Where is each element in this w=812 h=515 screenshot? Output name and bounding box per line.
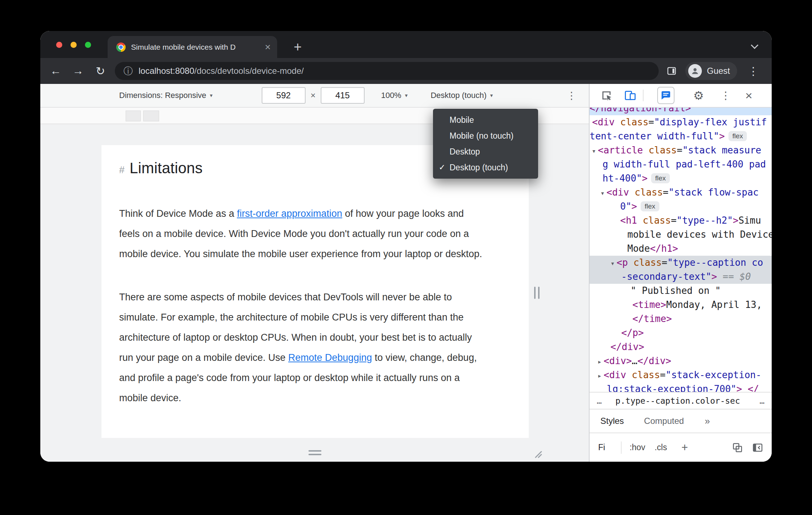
dimensions-label: Dimensions: Responsive — [119, 91, 206, 100]
viewport-width-input[interactable] — [262, 87, 306, 104]
menu-item-mobile[interactable]: Mobile — [433, 112, 538, 128]
device-toolbar-kebab-icon[interactable]: ⋮ — [567, 90, 577, 102]
dom-tree-node[interactable]: g width-full pad-left-400 pad — [590, 157, 772, 171]
chevron-down-icon: ▾ — [490, 92, 493, 99]
breadcrumb-overflow-right[interactable]: … — [759, 396, 764, 406]
flex-badge[interactable]: flex — [728, 131, 747, 141]
viewport-resize-handle-corner[interactable] — [533, 449, 542, 460]
page-title: Limitations — [130, 160, 203, 177]
new-tab-button[interactable]: + — [289, 36, 307, 58]
nav-right-controls: Guest ⋮ — [667, 62, 761, 80]
profile-button[interactable]: Guest — [685, 62, 737, 80]
elements-breadcrumb: … p.type--caption.color-sec … — [590, 392, 772, 409]
flex-badge[interactable]: flex — [641, 201, 659, 211]
new-style-rule-icon[interactable]: + — [681, 441, 688, 454]
dimensions-select[interactable]: Dimensions: Responsive ▾ — [119, 91, 213, 100]
styles-toolbar: Fi :hov .cls + — [590, 433, 772, 462]
viewport-resize-handle-bottom[interactable] — [308, 450, 321, 455]
console-messages-button[interactable] — [657, 87, 675, 104]
dom-tree-node[interactable]: " Published on " — [590, 284, 772, 298]
dom-tree-node[interactable]: <h1 class="type--h2">Simu — [590, 214, 772, 228]
dom-tree-node[interactable]: </div> — [590, 340, 772, 354]
reload-icon[interactable]: ↻ — [92, 64, 109, 78]
dom-tree-node[interactable]: Mode</h1> — [590, 242, 772, 256]
flex-badge[interactable]: flex — [651, 173, 670, 183]
dom-tree-node[interactable]: ▸<div class="stack-exception- — [590, 368, 772, 382]
side-panel-icon[interactable] — [667, 66, 677, 76]
inspect-element-icon[interactable] — [600, 89, 613, 102]
devtools-kebab-icon[interactable]: ⋮ — [721, 89, 731, 102]
element-classes-button[interactable]: .cls — [655, 443, 667, 452]
menu-item-mobile-no-touch-[interactable]: Mobile (no touch) — [433, 128, 538, 144]
browser-window: Simulate mobile devices with D × + ← → ↻… — [40, 31, 772, 462]
dom-tree-node[interactable]: </navigation-rail> — [590, 108, 772, 115]
styles-filter-input[interactable]: Fi — [598, 443, 605, 452]
zoom-window-button[interactable] — [85, 42, 91, 48]
url-text: localhost:8080/docs/devtools/device-mode… — [139, 66, 304, 76]
dom-tree-node[interactable]: ▸<div>…</div> — [590, 354, 772, 368]
styles-toolbar-right — [732, 442, 763, 453]
browser-menu-kebab-icon[interactable]: ⋮ — [746, 65, 761, 77]
back-icon[interactable]: ← — [48, 64, 64, 77]
forward-icon[interactable]: → — [70, 64, 86, 77]
menu-item-desktop-touch-[interactable]: ✓Desktop (touch) — [433, 160, 538, 175]
dom-tree-node[interactable]: </p> — [590, 326, 772, 340]
content-area: Dimensions: Responsive ▾ × 100% ▾ Deskto… — [40, 84, 772, 462]
toggle-sidebar-icon[interactable] — [752, 442, 763, 453]
dom-tree-node[interactable]: mobile devices with Device — [590, 228, 772, 242]
ruler-segment — [126, 111, 141, 121]
chevron-down-icon: ▾ — [210, 92, 213, 99]
dom-tree: </navigation-rail><div class="display-fl… — [590, 108, 772, 392]
breadcrumb-crumb[interactable]: p.type--caption.color-sec — [615, 396, 740, 406]
dom-tree-node[interactable]: tent-center width-full">flex — [590, 129, 772, 143]
page-link[interactable]: Remote Debugging — [288, 352, 372, 363]
menu-item-label: Desktop (touch) — [450, 163, 508, 173]
device-type-value: Desktop (touch) — [430, 91, 486, 100]
tabs-overflow-icon[interactable]: » — [705, 416, 710, 427]
tab-search-chevron-icon[interactable] — [751, 41, 758, 49]
dom-tree-node[interactable]: lg:stack-exception-700"> </ — [590, 382, 772, 392]
tab-close-icon[interactable]: × — [265, 42, 271, 52]
device-type-select[interactable]: Desktop (touch) ▾ — [430, 91, 493, 100]
breadcrumb-overflow-left[interactable]: … — [597, 396, 602, 406]
zoom-value: 100% — [381, 91, 401, 100]
dom-tree-node[interactable]: 0">flex — [590, 200, 772, 214]
dom-tree-node[interactable]: <div class="display-flex justif — [590, 115, 772, 129]
dom-tree-node[interactable]: -secondary-text"> == $0 — [590, 270, 772, 284]
dom-tree-node[interactable]: ▾<article class="stack measure — [590, 143, 772, 157]
toggle-element-state-button[interactable]: :hov — [630, 443, 645, 452]
tab-styles[interactable]: Styles — [600, 416, 624, 426]
device-toolbar: Dimensions: Responsive ▾ × 100% ▾ Deskto… — [40, 84, 589, 108]
sidebar-tabs: Styles Computed » — [590, 409, 772, 433]
zoom-select[interactable]: 100% ▾ — [381, 91, 408, 100]
heading-anchor-hash[interactable]: # — [119, 165, 125, 176]
dom-tree-node[interactable]: ▾<div class="stack flow-spac — [590, 185, 772, 200]
toolbar-divider — [621, 442, 622, 454]
url-path: /docs/devtools/device-mode/ — [194, 66, 304, 76]
chevron-down-icon: ▾ — [405, 92, 408, 99]
dom-tree-node[interactable]: </time> — [590, 312, 772, 326]
menu-item-label: Mobile (no touch) — [450, 131, 514, 141]
site-info-icon[interactable]: ⓘ — [123, 65, 133, 77]
browser-tab[interactable]: Simulate mobile devices with D × — [108, 36, 277, 58]
dom-tree-node[interactable]: ht-400">flex — [590, 171, 772, 185]
devtools-toolbar: ⚙ ⋮ × — [590, 84, 772, 108]
devtools-close-icon[interactable]: × — [745, 90, 753, 101]
close-window-button[interactable] — [56, 42, 62, 48]
device-toolbar-toggle-icon[interactable] — [624, 89, 636, 102]
address-bar[interactable]: ⓘ localhost:8080/docs/devtools/device-mo… — [115, 62, 659, 80]
menu-item-desktop[interactable]: Desktop — [433, 144, 538, 160]
dom-tree-node[interactable]: <time>Monday, April 13, — [590, 298, 772, 312]
minimize-window-button[interactable] — [71, 42, 77, 48]
rendering-panels-icon[interactable] — [732, 442, 743, 453]
nav-toolbar: ← → ↻ ⓘ localhost:8080/docs/devtools/dev… — [40, 58, 772, 84]
dom-tree-node[interactable]: ▾<p class="type--caption co — [590, 256, 772, 270]
viewport-resize-handle-right[interactable] — [534, 287, 540, 299]
toolbar-divider — [643, 90, 644, 101]
viewport-height-input[interactable] — [321, 87, 365, 104]
tab-computed[interactable]: Computed — [644, 416, 684, 426]
menu-item-label: Mobile — [450, 115, 474, 125]
ruler-segment — [143, 111, 159, 121]
page-link[interactable]: first-order approximation — [237, 208, 342, 219]
gear-icon[interactable]: ⚙ — [693, 89, 704, 103]
